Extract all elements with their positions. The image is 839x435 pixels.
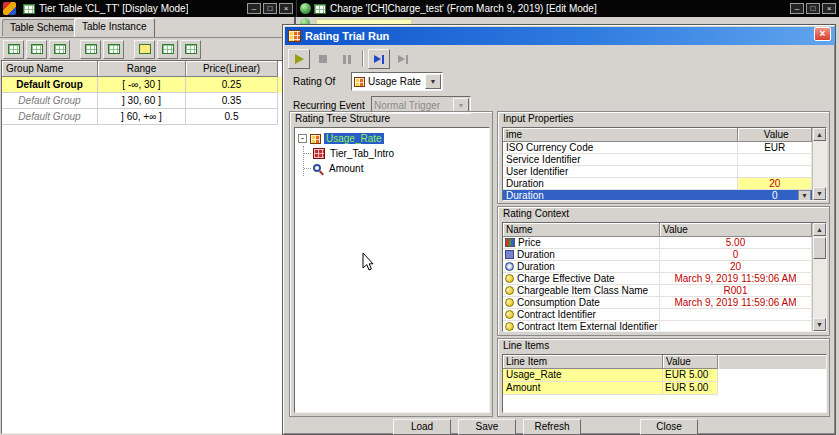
table-tool-icon-1[interactable]: [3, 40, 24, 59]
property-row[interactable]: ISO Currency Code EUR: [503, 142, 812, 154]
tier-table-window: Table Schema Table Instance Group Name R…: [0, 17, 296, 435]
step-button[interactable]: [368, 49, 390, 69]
table-icon: [8, 44, 20, 54]
charge-icon: [300, 3, 311, 14]
chevron-down-icon: ▼: [453, 98, 469, 112]
tree-node-tier-tab-intro[interactable]: Tier_Tab_Intro: [328, 148, 396, 159]
cell-range: ] 60, +∞ ]: [98, 109, 186, 125]
maximize-button[interactable]: □: [806, 3, 820, 14]
table-tool-icon-5[interactable]: [103, 40, 124, 59]
scroll-up-icon[interactable]: ▲: [813, 128, 826, 141]
mouse-cursor: [362, 252, 374, 273]
refresh-button[interactable]: Refresh: [523, 419, 581, 435]
context-row[interactable]: Duration 0: [503, 249, 812, 261]
charge-window-controls: – □ ×: [788, 3, 836, 14]
property-row[interactable]: Duration 20: [503, 178, 812, 190]
close-dialog-button[interactable]: Close: [640, 419, 698, 435]
charge-window-titlebar[interactable]: Charge '[CH]Charge_test' (From March 9, …: [296, 0, 839, 17]
scroll-down-icon[interactable]: ▼: [813, 187, 826, 200]
rating-context-header: Name Value: [503, 223, 812, 237]
tree-node-usage-rate[interactable]: Usage_Rate: [324, 133, 384, 144]
scroll-down-icon[interactable]: ▼: [813, 318, 826, 331]
close-button[interactable]: ×: [279, 3, 293, 14]
table-icon: [108, 44, 120, 54]
tab-table-schema[interactable]: Table Schema: [2, 19, 81, 36]
header-filler: [718, 355, 826, 369]
top-bar: Tier Table 'CL_TT' [Display Mode] – □ × …: [0, 0, 839, 17]
dialog-close-button[interactable]: ×: [814, 27, 831, 41]
run-button[interactable]: [288, 49, 310, 69]
tree-child-row[interactable]: Amount: [304, 161, 487, 176]
stop-button: [312, 49, 334, 69]
context-row[interactable]: Duration 20: [503, 261, 812, 273]
tier-table-area: Group Name Range Price(Linear) Default G…: [1, 60, 294, 434]
tree-connector: [304, 168, 311, 169]
tree-child-row[interactable]: Tier_Tab_Intro: [304, 146, 487, 161]
line-item-name: Usage_Rate: [503, 369, 663, 382]
tree-node-amount[interactable]: Amount: [327, 163, 365, 174]
property-name: User Identifier: [503, 166, 738, 178]
line-item-row[interactable]: Amount EUR 5.00: [503, 382, 826, 395]
column-header-price: Price(Linear): [186, 61, 278, 77]
collapse-box-icon[interactable]: -: [298, 134, 307, 143]
row-filler: [718, 369, 826, 382]
property-name: Duration: [503, 190, 738, 201]
line-item-row[interactable]: Usage_Rate EUR 5.00: [503, 369, 826, 382]
rating-tree-panel: - Usage_Rate Tier_Tab_Intro: [294, 127, 490, 413]
header-name: Name: [503, 223, 660, 237]
table-row[interactable]: Default Group ] 60, +∞ ] 0.5: [2, 109, 293, 125]
input-properties-table: ime Value ISO Currency Code EUR Service …: [503, 128, 812, 200]
dialog-titlebar[interactable]: Rating Trial Run: [285, 27, 835, 45]
amount-magnifier-icon: [313, 164, 323, 174]
table-row[interactable]: Default Group [ -∞, 30 ] 0.25: [2, 77, 293, 93]
minimize-button[interactable]: –: [790, 3, 804, 14]
rating-of-combo[interactable]: Usage Rate ▼: [351, 72, 443, 91]
table-row[interactable]: Default Group ] 30, 60 ] 0.35: [2, 93, 293, 109]
cell-range: [ -∞, 30 ]: [98, 77, 186, 93]
context-row[interactable]: Chargeable Item Class Name R001: [503, 285, 812, 297]
load-button[interactable]: Load: [393, 419, 451, 435]
rating-icon: [288, 30, 301, 42]
context-row[interactable]: Contract Identifier: [503, 309, 812, 321]
input-properties-panel: ime Value ISO Currency Code EUR Service …: [502, 127, 827, 201]
context-row[interactable]: Contract Item External Identifier: [503, 321, 812, 332]
table-tool-icon-highlight[interactable]: [134, 40, 155, 59]
stop-icon: [319, 55, 327, 63]
toolbar-separator: [362, 51, 364, 67]
maximize-button[interactable]: □: [263, 3, 277, 14]
tier-window-titlebar[interactable]: Tier Table 'CL_TT' [Display Mode] – □ ×: [20, 0, 296, 17]
property-value-highlighted: 20: [738, 178, 812, 190]
context-row[interactable]: Charge Effective Date March 9, 2019 11:5…: [503, 273, 812, 285]
table-tool-icon-7[interactable]: [157, 40, 178, 59]
close-button[interactable]: ×: [822, 3, 836, 14]
scroll-up-icon[interactable]: ▲: [813, 223, 826, 236]
property-name: Duration: [503, 178, 738, 190]
minimize-button[interactable]: –: [247, 3, 261, 14]
clock-icon: [505, 262, 514, 271]
cell-price: 0.5: [186, 109, 278, 125]
context-row[interactable]: Consumption Date March 9, 2019 11:59:06 …: [503, 297, 812, 309]
scrollbar[interactable]: ▲ ▼: [812, 128, 826, 200]
chevron-down-icon[interactable]: ▼: [425, 74, 441, 89]
cell-group: Default Group: [2, 109, 98, 125]
rating-tree-group: Rating Tree Structure - Usage_Rate Tier_…: [289, 111, 493, 417]
run-to-end-button: [392, 49, 414, 69]
tree-root-row[interactable]: - Usage_Rate: [297, 131, 487, 146]
table-tool-icon-4[interactable]: [80, 40, 101, 59]
property-row[interactable]: Service Identifier: [503, 154, 812, 166]
property-row[interactable]: User Identifier: [503, 166, 812, 178]
property-row-selected[interactable]: Duration 0 ▼: [503, 190, 812, 201]
table-icon: [54, 44, 66, 54]
scrollbar[interactable]: ▲ ▼: [812, 223, 826, 331]
context-row[interactable]: Price 5.00: [503, 237, 812, 249]
cell-group: Default Group: [2, 77, 98, 93]
table-tool-icon-2[interactable]: [26, 40, 47, 59]
table-icon: [85, 44, 97, 54]
table-tool-icon-3[interactable]: [49, 40, 70, 59]
save-button[interactable]: Save: [458, 419, 516, 435]
scroll-thumb[interactable]: [813, 237, 826, 259]
value-dropdown-button[interactable]: ▼: [798, 190, 811, 201]
table-tool-icon-8[interactable]: [180, 40, 201, 59]
context-value: 0: [660, 249, 812, 261]
tab-table-instance[interactable]: Table Instance: [74, 18, 155, 37]
